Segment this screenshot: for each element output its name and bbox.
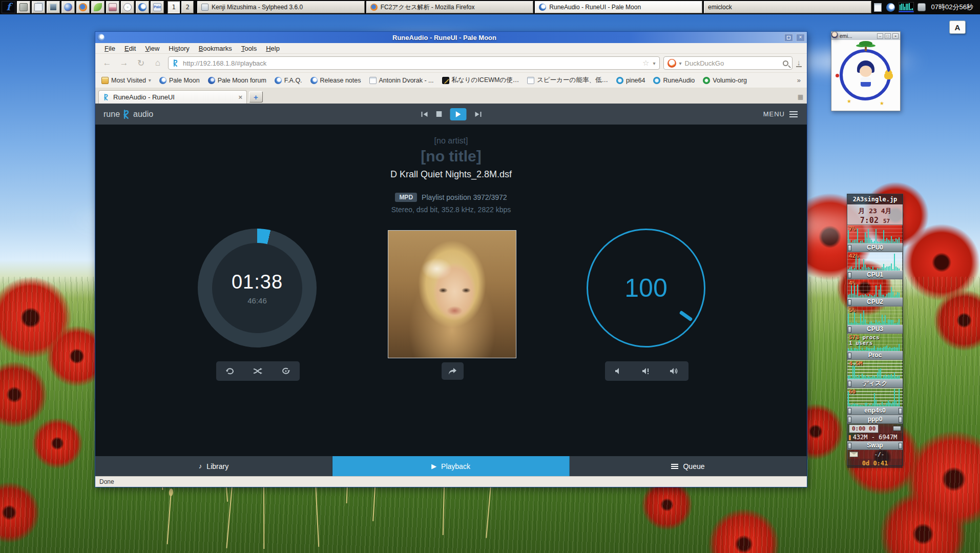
runeui-menu-button[interactable]: MENU: [763, 104, 798, 125]
mail-panel[interactable]: -/-: [847, 450, 903, 459]
cpu2-label-bar[interactable]: CPU2: [847, 298, 903, 306]
bookmarks-overflow-icon[interactable]: »: [797, 76, 801, 84]
cpu0-label-bar[interactable]: CPU0: [847, 243, 903, 252]
footer-tab-playback[interactable]: ▶Playback: [332, 456, 570, 476]
gkrellm-clock[interactable]: 月 23 4月 7:02 57: [847, 204, 903, 225]
volume-knob[interactable]: 100: [587, 229, 705, 347]
forward-button[interactable]: →: [117, 56, 131, 70]
back-button[interactable]: ←: [100, 56, 114, 70]
shuffle-button[interactable]: [253, 367, 262, 375]
bookmark-item[interactable]: RuneAudio: [653, 77, 695, 84]
bookmark-item[interactable]: スピーカーの能率、低…: [527, 76, 608, 85]
bookmark-item[interactable]: F.A.Q.: [275, 77, 302, 84]
window-titlebar[interactable]: RuneAudio - RuneUI - Pale Moon ×: [95, 32, 807, 43]
launcher-cd-icon[interactable]: [121, 1, 134, 13]
bookmark-star-icon[interactable]: ☆: [642, 58, 649, 68]
volume-alert-icon[interactable]: [642, 367, 650, 375]
cpu1-label-bar[interactable]: CPU1: [847, 271, 903, 279]
bookmark-item[interactable]: Most Visited▾: [101, 77, 151, 84]
proc-label-bar[interactable]: Proc: [847, 351, 903, 360]
tab-groups-icon[interactable]: ▦: [798, 93, 804, 100]
launcher-files-icon[interactable]: [17, 1, 30, 13]
previous-track-button[interactable]: [421, 111, 428, 117]
search-icon[interactable]: [783, 60, 788, 66]
play-button[interactable]: [450, 108, 466, 120]
tray-mail-icon[interactable]: [916, 2, 927, 12]
close-button[interactable]: ×: [796, 34, 805, 42]
launcher-monitor-icon[interactable]: [47, 1, 60, 13]
bookmark-item[interactable]: 私なりのICEWMの使…: [442, 76, 519, 85]
emiclock-titlebar[interactable]: emi... – □ ×: [831, 32, 900, 40]
stop-button[interactable]: [436, 111, 442, 117]
bookmark-item[interactable]: Pale Moon forum: [208, 77, 266, 84]
share-button[interactable]: [442, 362, 464, 380]
launcher-pale-icon[interactable]: Pale: [151, 1, 164, 13]
launcher-firefox-icon[interactable]: [76, 1, 90, 13]
start-menu-button[interactable]: f: [2, 1, 15, 13]
launcher-palemoon-icon[interactable]: [136, 1, 149, 13]
single-repeat-button[interactable]: [281, 367, 290, 375]
menu-edit[interactable]: Edit: [120, 44, 140, 53]
reload-button[interactable]: ↻: [134, 56, 148, 70]
bookmark-item[interactable]: Volumio-org: [703, 77, 747, 84]
cpu3-label-bar[interactable]: CPU3: [847, 325, 903, 334]
net-if2-bar[interactable]: ppp0: [847, 415, 903, 424]
tray-document-icon[interactable]: [873, 2, 883, 12]
menu-help[interactable]: Help: [262, 44, 284, 53]
gkrellm-hostname[interactable]: 2A3single.jp: [847, 194, 903, 204]
bookmark-item[interactable]: Release notes: [310, 77, 361, 84]
emiclock-minimize-button[interactable]: –: [877, 33, 883, 39]
taskbar-task-palemoon[interactable]: RuneAudio - RuneUI - Pale Moon: [535, 1, 702, 13]
search-bar[interactable]: ▾ DuckDuckGo: [663, 56, 793, 70]
launcher-copy-icon[interactable]: [32, 1, 45, 13]
menu-tools[interactable]: Tools: [237, 44, 261, 53]
search-engine-dropdown-icon[interactable]: ▾: [679, 60, 682, 66]
memory-panel[interactable]: 432M - 6947M: [847, 433, 903, 441]
menu-file[interactable]: File: [100, 44, 119, 53]
url-text[interactable]: http://192.168.1.8/#playback: [183, 59, 639, 67]
repeat-button[interactable]: [225, 367, 235, 375]
tray-cpu-graph[interactable]: [899, 2, 914, 12]
volume-up-icon[interactable]: [670, 367, 679, 375]
taskbar-task-firefox[interactable]: FC2アクセス解析 - Mozilla Firefox: [366, 1, 534, 13]
tab-runeaudio[interactable]: RuneAudio - RuneUI ×: [98, 90, 247, 104]
volume-mute-icon[interactable]: [615, 367, 623, 375]
menu-view[interactable]: View: [141, 44, 163, 53]
bookmark-item[interactable]: pine64: [616, 77, 645, 84]
launcher-photo-icon[interactable]: [106, 1, 119, 13]
new-tab-button[interactable]: +: [249, 91, 263, 103]
bookmark-item[interactable]: Antonin Dvorak - ...: [369, 77, 434, 84]
maximize-button[interactable]: [784, 34, 793, 42]
emiclock-maximize-button[interactable]: □: [885, 33, 891, 39]
workspace-button-1[interactable]: 1: [168, 1, 180, 13]
menu-history[interactable]: History: [164, 44, 193, 53]
search-placeholder[interactable]: DuckDuckGo: [685, 59, 780, 67]
net-timer-button[interactable]: [893, 426, 901, 431]
disk-label-bar[interactable]: ディスク: [847, 379, 903, 388]
menu-bookmarks[interactable]: Bookmarks: [195, 44, 236, 53]
net-if1-bar[interactable]: enp4s0: [847, 406, 903, 415]
next-track-button[interactable]: [474, 111, 482, 117]
downloads-button[interactable]: ↓: [796, 59, 802, 67]
swap-label-bar[interactable]: Swap: [847, 441, 903, 450]
time-knob[interactable]: 01:38 46:46: [198, 229, 317, 347]
taskbar-task-sylpheed[interactable]: Kenji Mizushima - Sylpheed 3.6.0: [197, 1, 365, 13]
bookmark-item[interactable]: Pale Moon: [159, 77, 200, 84]
url-dropdown-icon[interactable]: ▾: [653, 60, 655, 66]
cpu2-graph: 4%: [847, 279, 903, 298]
url-bar[interactable]: http://192.168.1.8/#playback ☆ ▾: [168, 56, 660, 70]
runeaudio-logo[interactable]: rune audio: [95, 110, 153, 119]
duckduckgo-icon[interactable]: [668, 59, 676, 68]
emiclock-close-button[interactable]: ×: [892, 33, 899, 39]
tab-close-icon[interactable]: ×: [238, 93, 242, 101]
launcher-leaf-icon[interactable]: [91, 1, 105, 13]
tray-palemoon-icon[interactable]: [886, 2, 896, 12]
footer-tab-library[interactable]: ♪Library: [95, 456, 332, 476]
workspace-button-2[interactable]: 2: [181, 1, 194, 13]
ime-indicator[interactable]: A: [949, 21, 966, 34]
launcher-globe-icon[interactable]: [61, 1, 75, 13]
taskbar-task-emiclock[interactable]: emiclock: [704, 1, 871, 13]
star-icon: ★: [847, 98, 851, 104]
footer-tab-queue[interactable]: Queue: [570, 456, 807, 476]
home-button[interactable]: ⌂: [151, 56, 164, 70]
